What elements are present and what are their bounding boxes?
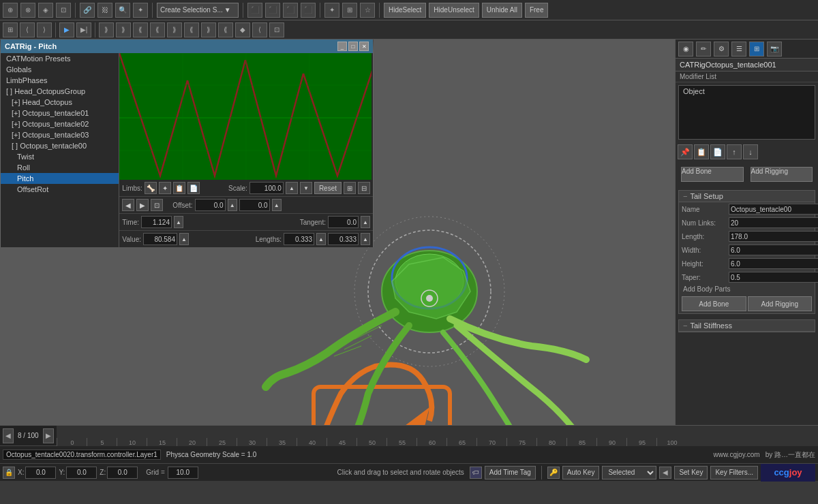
x-input[interactable] bbox=[25, 467, 56, 479]
play-btn[interactable]: ▶ bbox=[59, 22, 74, 37]
extra-icon1[interactable]: ⊞ bbox=[344, 182, 356, 194]
hide-unselect-btn[interactable]: HideUnselect bbox=[429, 3, 479, 18]
modifier-list-box[interactable]: Object bbox=[678, 85, 815, 140]
tangent-spinner[interactable]: ▲ bbox=[361, 216, 370, 228]
graph-area[interactable] bbox=[119, 53, 372, 180]
timeline-track[interactable]: 0 5 10 15 20 25 30 35 40 45 50 55 60 65 … bbox=[57, 426, 818, 446]
icon-s1[interactable]: ⊞ bbox=[3, 22, 18, 37]
tree-offsetrot[interactable]: OffsetRot bbox=[1, 184, 119, 195]
offset-y-input[interactable] bbox=[239, 199, 270, 211]
icon11[interactable]: ⬛ bbox=[283, 3, 298, 18]
lengths1-input[interactable] bbox=[284, 233, 314, 245]
timeline-prev-icon[interactable]: ◀ bbox=[659, 467, 671, 479]
rp-icon-paste[interactable]: 📄 bbox=[710, 144, 725, 159]
icon-s8[interactable]: ⟫ bbox=[167, 22, 182, 37]
tree-tentacle03[interactable]: [+] Octopus_tentacle03 bbox=[1, 129, 119, 140]
icon-s10[interactable]: ⟫ bbox=[201, 22, 216, 37]
timeline-left-arrow[interactable]: ◀ bbox=[3, 428, 14, 443]
scale-down[interactable]: ▼ bbox=[300, 182, 312, 194]
y-input[interactable] bbox=[66, 467, 97, 479]
icon4[interactable]: ⊡ bbox=[56, 3, 71, 18]
add-rigging-btn1[interactable]: Add Rigging bbox=[751, 167, 813, 182]
numlinks-input[interactable] bbox=[729, 217, 818, 228]
tree-globals[interactable]: Globals bbox=[1, 64, 119, 75]
width-input[interactable] bbox=[729, 245, 818, 255]
icon-s7[interactable]: ⟪ bbox=[150, 22, 165, 37]
next-frame-btn[interactable]: ▶| bbox=[76, 22, 91, 37]
nav-right[interactable]: ▶ bbox=[136, 199, 149, 211]
icon2[interactable]: ⊗ bbox=[20, 3, 35, 18]
limbs-icon4[interactable]: 📄 bbox=[187, 182, 200, 194]
height-input[interactable] bbox=[729, 258, 818, 269]
tail-setup-header[interactable]: − Tail Setup bbox=[679, 191, 815, 202]
z-input[interactable] bbox=[107, 467, 138, 479]
add-bone-btn1[interactable]: Add Bone bbox=[681, 167, 744, 182]
rp-tab-active[interactable]: ⊞ bbox=[749, 42, 764, 57]
icon-s9[interactable]: ⟪ bbox=[184, 22, 199, 37]
icon-s4[interactable]: ⟫ bbox=[99, 22, 114, 37]
tree-head-group[interactable]: [ ] Head_OctopusGroup bbox=[1, 86, 119, 97]
rp-icon-pin[interactable]: 📌 bbox=[678, 144, 693, 159]
limbs-icon2[interactable]: ✦ bbox=[159, 182, 171, 194]
icon9[interactable]: ⬛ bbox=[247, 3, 262, 18]
add-rigging-btn2[interactable]: Add Rigging bbox=[748, 296, 813, 311]
limbs-icon3[interactable]: 📋 bbox=[173, 182, 185, 194]
rp-tab-sphere[interactable]: ◉ bbox=[678, 42, 693, 57]
tangent-input[interactable] bbox=[328, 216, 359, 228]
free-btn[interactable]: Free bbox=[525, 3, 549, 18]
add-bone-btn2[interactable]: Add Bone bbox=[682, 296, 746, 311]
tree-catmotion[interactable]: CATMotion Presets bbox=[1, 53, 119, 64]
icon13[interactable]: ✦ bbox=[324, 3, 339, 18]
lengths2-spinner[interactable]: ▲ bbox=[361, 233, 370, 245]
offset-x-up[interactable]: ▲ bbox=[228, 199, 237, 211]
grid-input[interactable] bbox=[168, 467, 198, 479]
timeline-right-arrow[interactable]: ▶ bbox=[43, 428, 54, 443]
tree-pitch[interactable]: Pitch bbox=[1, 173, 119, 184]
time-spinner[interactable]: ▲ bbox=[174, 216, 183, 228]
maximize-btn[interactable]: □ bbox=[348, 42, 358, 51]
icon12[interactable]: ⬛ bbox=[301, 3, 316, 18]
name-input[interactable] bbox=[729, 204, 818, 215]
icon15[interactable]: ☆ bbox=[360, 3, 375, 18]
rp-tab-camera[interactable]: 📷 bbox=[767, 42, 782, 57]
lengths2-input[interactable] bbox=[328, 233, 359, 245]
lock-icon[interactable]: 🔒 bbox=[3, 467, 15, 479]
icon6[interactable]: ⛓ bbox=[97, 3, 112, 18]
icon1[interactable]: ⊕ bbox=[3, 3, 18, 18]
nav-extra[interactable]: ⊡ bbox=[151, 199, 163, 211]
set-key-btn[interactable]: Set Key bbox=[674, 466, 708, 479]
offset-y-up[interactable]: ▲ bbox=[272, 199, 282, 211]
icon3[interactable]: ◈ bbox=[38, 3, 53, 18]
key-icon[interactable]: 🔑 bbox=[547, 467, 560, 479]
key-filters-btn[interactable]: Key Filters... bbox=[710, 466, 758, 479]
length-input[interactable] bbox=[729, 231, 818, 242]
lengths1-spinner[interactable]: ▲ bbox=[316, 233, 326, 245]
rp-icon-copy[interactable]: 📋 bbox=[694, 144, 709, 159]
close-btn[interactable]: ✕ bbox=[359, 42, 369, 51]
icon8[interactable]: ✦ bbox=[133, 3, 148, 18]
icon-s6[interactable]: ⟪ bbox=[133, 22, 148, 37]
unhide-all-btn[interactable]: Unhide All bbox=[482, 3, 522, 18]
tree-tentacle00[interactable]: [ ] Octopus_tentacle00 bbox=[1, 140, 119, 151]
nav-left[interactable]: ◀ bbox=[122, 199, 134, 211]
rp-icon-move-down[interactable]: ↓ bbox=[743, 144, 758, 159]
cat-panel-titlebar[interactable]: CATRig - Pitch _ □ ✕ bbox=[1, 40, 373, 53]
value-spinner[interactable]: ▲ bbox=[179, 233, 189, 245]
icon10[interactable]: ⬛ bbox=[265, 3, 280, 18]
icon7[interactable]: 🔍 bbox=[115, 3, 130, 18]
icon14[interactable]: ⊞ bbox=[342, 3, 357, 18]
minimize-btn[interactable]: _ bbox=[337, 42, 347, 51]
tree-head-octopus[interactable]: [+] Head_Octopus bbox=[1, 97, 119, 108]
tree-twist[interactable]: Twist bbox=[1, 151, 119, 162]
rp-icon-move-up[interactable]: ↑ bbox=[727, 144, 742, 159]
value-input[interactable] bbox=[143, 233, 177, 245]
rp-tab-list[interactable]: ☰ bbox=[731, 42, 746, 57]
tail-stiffness-header[interactable]: − Tail Stiffness bbox=[679, 320, 815, 332]
auto-key-btn[interactable]: Auto Key bbox=[562, 466, 600, 479]
tree-tentacle01[interactable]: [+] Octopus_tentacle01 bbox=[1, 108, 119, 119]
scale-input[interactable] bbox=[249, 182, 284, 194]
create-selection-dropdown[interactable]: Create Selection S... ▼ bbox=[157, 3, 239, 18]
add-time-tag-btn[interactable]: Add Time Tag bbox=[485, 466, 536, 479]
hide-select-btn[interactable]: HideSelect bbox=[384, 3, 426, 18]
rp-tab-gear[interactable]: ⚙ bbox=[714, 42, 729, 57]
